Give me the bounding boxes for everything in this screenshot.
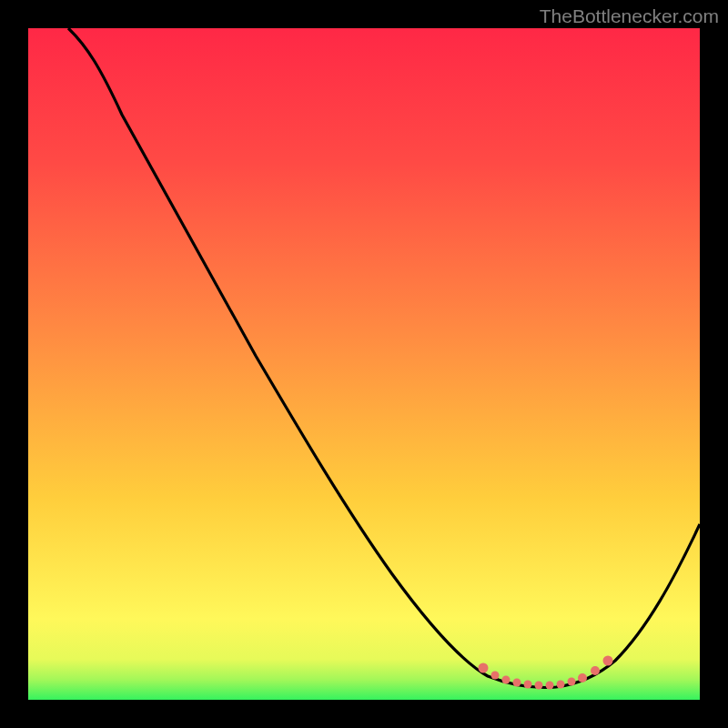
svg-point-6 — [546, 682, 554, 690]
svg-point-3 — [513, 679, 521, 687]
svg-point-11 — [603, 656, 613, 666]
svg-point-1 — [491, 672, 500, 680]
plot-area — [28, 28, 700, 700]
chart-svg — [28, 28, 700, 700]
svg-point-9 — [578, 673, 587, 682]
chart-container: TheBottlenecker.com — [0, 0, 728, 728]
svg-point-10 — [591, 666, 600, 675]
svg-point-2 — [502, 676, 511, 684]
svg-point-5 — [535, 682, 543, 690]
svg-point-4 — [524, 681, 532, 689]
svg-point-0 — [479, 663, 489, 673]
watermark-text: TheBottlenecker.com — [540, 5, 719, 27]
svg-point-7 — [557, 681, 565, 689]
svg-point-8 — [568, 678, 576, 686]
